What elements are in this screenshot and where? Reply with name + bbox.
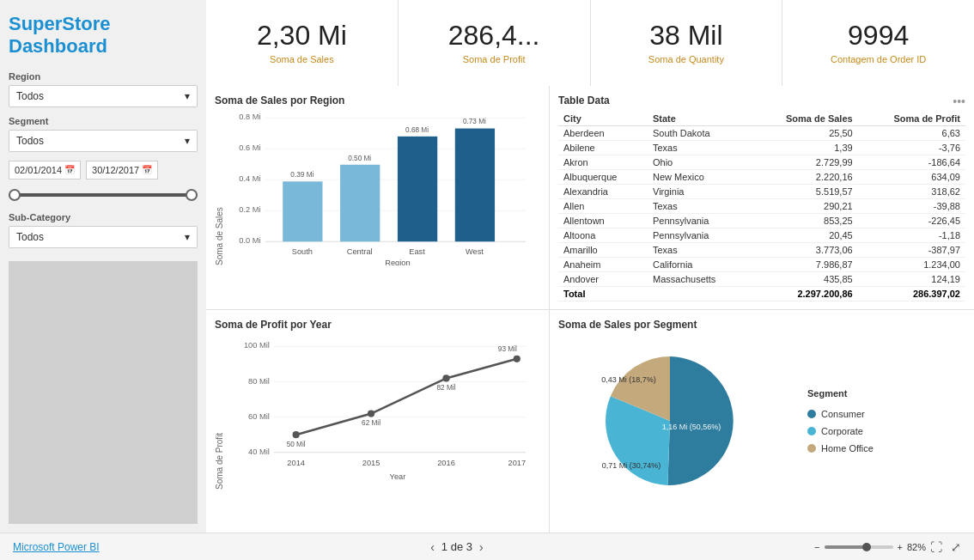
bar-chart-panel: Soma de Sales por Region Soma de Sales 0… [206,86,549,310]
line-chart-line [296,358,517,434]
svg-text:Region: Region [385,259,410,265]
slider-fill [9,193,198,197]
data-table: City State Soma de Sales Soma de Profit … [558,112,965,301]
start-date-input[interactable]: 02/01/2014 📅 [9,161,81,180]
table-row: AberdeenSouth Dakota25,506,63 [558,126,965,141]
bar-west[interactable] [455,129,495,242]
powerbi-link[interactable]: Microsoft Power BI [13,541,100,553]
start-date-value: 02/01/2014 [15,165,62,175]
table-row: AllentownPennsylvania853,25-226,45 [558,214,965,228]
kpi-profit-value: 286,4... [448,21,540,49]
bar-y-axis-label: Soma de Sales [215,111,224,265]
next-page-button[interactable]: › [479,540,484,554]
date-slider[interactable] [9,186,198,204]
bar-east[interactable] [398,137,437,241]
pie-layout: 1,16 Mi (50,56%) 0,71 Mi (30,74%) 0,43 M… [558,335,965,507]
svg-text:East: East [409,247,425,256]
page-indicator: 1 de 3 [441,540,472,553]
end-date-input[interactable]: 30/12/2017 📅 [86,161,158,180]
kpi-orderid: 9994 Contagem de Order ID [782,0,974,86]
bottom-icons: ⛶ ⤢ [930,540,961,554]
svg-text:60 Mil: 60 Mil [248,411,270,420]
col-profit: Soma de Profit [858,112,965,126]
bar-south[interactable] [283,181,322,241]
zoom-plus-button[interactable]: + [898,542,903,552]
fullscreen-icon[interactable]: ⛶ [930,540,942,554]
table-row: AltoonaPennsylvania20,45-1,18 [558,228,965,243]
table-total-row: Total2.297.200,86286.397,02 [558,287,965,301]
svg-text:100 Mil: 100 Mil [244,341,270,350]
table-row: AnaheimCalifornia7.986,871.234,00 [558,258,965,272]
segment-label: Segment [9,116,198,126]
svg-text:62 Mil: 62 Mil [362,418,380,426]
svg-text:80 Mil: 80 Mil [248,376,270,385]
prev-page-button[interactable]: ‹ [430,540,435,554]
point-2015 [368,410,374,417]
dashboard: SuperStoreDashboard Region Todos ▾ Segme… [0,0,974,533]
svg-text:82 Mil: 82 Mil [437,383,456,391]
calendar-icon-end: 📅 [142,165,152,174]
table-menu-icon[interactable]: ••• [953,94,965,112]
slider-thumb-right[interactable] [186,189,198,201]
bar-central[interactable] [340,165,380,241]
col-city: City [558,112,648,126]
segment-select[interactable]: Todos ▾ [9,130,198,152]
line-chart-panel: Soma de Profit por Year Soma de Profit 1… [206,310,549,533]
pie-label-homeoffice: 0,43 Mi (18,7%) [601,375,656,384]
svg-text:50 Mil: 50 Mil [287,440,306,447]
point-2017 [514,355,520,362]
legend-dot-consumer [807,410,816,418]
bar-chart-svg: 0.8 Mi 0.6 Mi 0.4 Mi 0.2 Mi 0.0 Mi [228,111,540,265]
legend-label-corporate: Corporate [821,426,863,436]
table-row: AllenTexas290,21-39,88 [558,199,965,214]
region-select[interactable]: Todos ▾ [9,85,198,107]
zoom-thumb[interactable] [862,543,871,551]
line-y-axis-label: Soma de Profit [215,335,224,490]
subcategory-filter-group: Sub-Category Todos ▾ [9,212,198,248]
kpi-orderid-label: Contagem de Order ID [831,54,926,64]
kpi-quantity: 38 Mil Soma de Quantity [591,0,783,86]
point-2016 [442,374,449,381]
svg-text:Year: Year [390,472,406,480]
segment-chevron-icon: ▾ [185,135,190,147]
date-range-filter: 02/01/2014 📅 30/12/2017 📅 [9,161,198,204]
region-chevron-icon: ▾ [185,90,190,102]
subcategory-select[interactable]: Todos ▾ [9,226,198,248]
svg-text:2016: 2016 [437,459,455,467]
region-label: Region [9,71,198,82]
svg-text:40 Mil: 40 Mil [248,447,270,455]
svg-text:2014: 2014 [287,459,305,467]
legend-dot-homeoffice [807,444,816,453]
sidebar-gray-box [9,261,198,524]
main-container: SuperStoreDashboard Region Todos ▾ Segme… [0,0,974,560]
zoom-track[interactable] [825,545,893,549]
kpi-orderid-value: 9994 [848,21,909,49]
pie-chart-svg: 1,16 Mi (50,56%) 0,71 Mi (30,74%) 0,43 M… [558,335,799,507]
svg-text:2017: 2017 [508,459,526,467]
zoom-minus-button[interactable]: − [814,542,819,552]
svg-text:West: West [466,247,484,256]
slider-thumb-left[interactable] [9,189,21,201]
svg-text:0.6 Mi: 0.6 Mi [239,143,260,152]
kpi-profit-label: Soma de Profit [463,54,526,64]
pie-segment-consumer[interactable] [667,356,733,485]
pie-label-corporate: 0,71 Mi (30,74%) [602,461,661,470]
sidebar-title: SuperStoreDashboard [9,9,198,63]
legend-dot-corporate [807,427,816,435]
region-filter-group: Region Todos ▾ [9,71,198,107]
table-panel: Table Data ••• City State Soma de Sales … [550,86,974,310]
svg-text:0.68 Mi: 0.68 Mi [405,126,429,134]
kpi-quantity-label: Soma de Quantity [648,54,724,64]
bottom-bar: Microsoft Power BI ‹ 1 de 3 › − + 82% ⛶ … [0,533,974,560]
svg-text:0.39 Mi: 0.39 Mi [290,171,314,179]
legend-label-homeoffice: Home Office [821,443,874,453]
content-area: 2,30 Mi Soma de Sales 286,4... Soma de P… [206,0,974,533]
legend-item-homeoffice: Home Office [807,443,874,453]
date-inputs: 02/01/2014 📅 30/12/2017 📅 [9,161,198,180]
right-charts: Table Data ••• City State Soma de Sales … [550,86,974,533]
kpi-quantity-value: 38 Mil [649,21,722,49]
table-row: AbileneTexas1,39-3,76 [558,141,965,155]
svg-text:0.8 Mi: 0.8 Mi [239,113,260,121]
pie-svg-container: 1,16 Mi (50,56%) 0,71 Mi (30,74%) 0,43 M… [558,335,799,507]
expand-icon[interactable]: ⤢ [951,540,961,554]
